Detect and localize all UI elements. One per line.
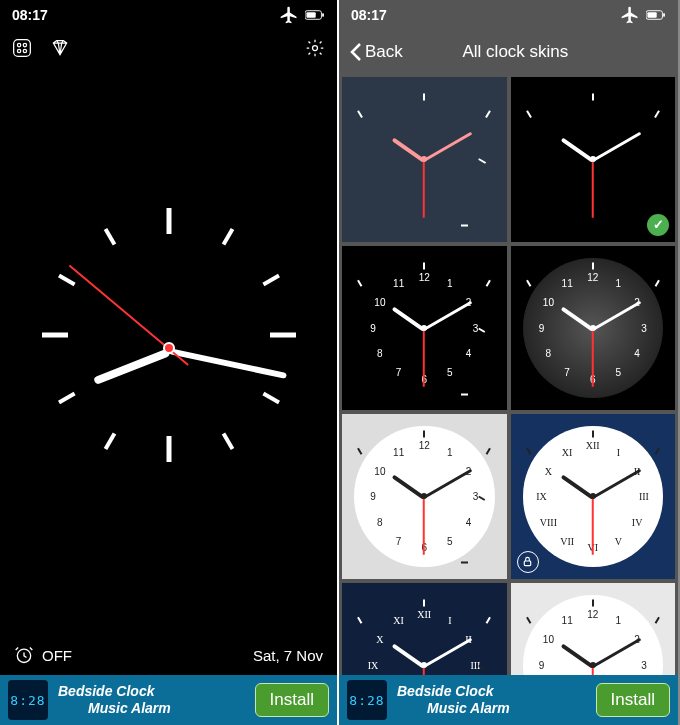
status-time: 08:17 — [12, 7, 48, 23]
ad-install-button[interactable]: Install — [255, 683, 329, 717]
skin-item[interactable]: XIIIIIIIIIVVVIVIIVIIIIXXXI — [342, 583, 507, 676]
svg-rect-13 — [524, 561, 530, 566]
svg-point-6 — [17, 49, 20, 52]
battery-icon — [305, 5, 325, 25]
svg-point-4 — [17, 43, 20, 46]
lock-icon — [517, 551, 539, 573]
ad-banner[interactable]: 8:28 Bedside Clock Music Alarm Install — [339, 675, 678, 725]
ad-subtitle: Music Alarm — [58, 700, 245, 717]
alarm-label: OFF — [42, 647, 72, 664]
svg-point-8 — [313, 46, 318, 51]
date-label: Sat, 7 Nov — [253, 647, 323, 664]
airplane-mode-icon — [279, 5, 299, 25]
status-time: 08:17 — [351, 7, 387, 23]
ad-title: Bedside Clock — [58, 683, 245, 700]
diamond-icon[interactable] — [50, 38, 70, 58]
main-toolbar — [0, 30, 337, 66]
airplane-mode-icon — [620, 5, 640, 25]
svg-rect-2 — [322, 13, 324, 17]
ad-text: Bedside Clock Music Alarm — [58, 683, 245, 717]
settings-icon[interactable] — [305, 38, 325, 58]
back-button[interactable]: Back — [349, 42, 403, 62]
skin-item[interactable]: 121234567891011 — [342, 246, 507, 411]
page-title: All clock skins — [403, 42, 668, 62]
ad-subtitle: Music Alarm — [397, 700, 586, 717]
status-icons — [279, 5, 325, 25]
ad-text: Bedside Clock Music Alarm — [397, 683, 586, 717]
svg-rect-1 — [306, 12, 315, 18]
alarm-toggle[interactable]: OFF — [14, 645, 72, 665]
back-label: Back — [365, 42, 403, 62]
skin-item[interactable]: ✓ — [511, 77, 676, 242]
analog-clock — [29, 208, 309, 488]
status-icons — [620, 5, 666, 25]
title-bar: Back All clock skins — [339, 30, 678, 74]
svg-rect-11 — [647, 12, 656, 18]
bottom-info-bar: OFF Sat, 7 Nov — [0, 635, 337, 675]
ad-title: Bedside Clock — [397, 683, 586, 700]
svg-rect-3 — [14, 40, 31, 57]
skin-item[interactable]: 121234567891011 — [511, 246, 676, 411]
skins-grid[interactable]: ✓121234567891011121234567891011121234567… — [339, 74, 678, 675]
alarm-icon — [14, 645, 34, 665]
ad-thumbnail: 8:28 — [8, 680, 48, 720]
grid-menu-icon[interactable] — [12, 38, 32, 58]
selected-check-icon: ✓ — [647, 214, 669, 236]
status-bar: 08:17 — [339, 0, 678, 30]
clock-face-area[interactable] — [0, 80, 337, 615]
svg-point-7 — [23, 49, 26, 52]
battery-icon — [646, 5, 666, 25]
svg-point-5 — [23, 43, 26, 46]
svg-rect-12 — [663, 13, 665, 17]
skins-screen: 08:17 Back All clock skins ✓121234567891… — [339, 0, 678, 725]
ad-thumbnail: 8:28 — [347, 680, 387, 720]
status-bar: 08:17 — [0, 0, 337, 30]
ad-banner[interactable]: 8:28 Bedside Clock Music Alarm Install — [0, 675, 337, 725]
clock-main-screen: 08:17 OFF Sat, 7 Nov 8:28 Bedside Clock … — [0, 0, 339, 725]
chevron-left-icon — [349, 42, 363, 62]
skin-item[interactable]: 121234567891011 — [511, 583, 676, 676]
ad-install-button[interactable]: Install — [596, 683, 670, 717]
skin-item[interactable]: XIIIIIIIIIVVVIVIIVIIIIXXXI — [511, 414, 676, 579]
